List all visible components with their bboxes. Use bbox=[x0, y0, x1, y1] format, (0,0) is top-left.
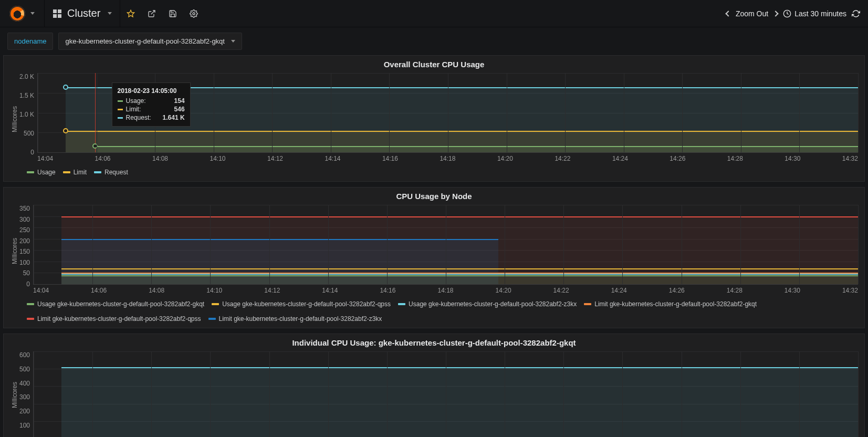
chart-plot-area[interactable] bbox=[33, 351, 858, 437]
legend-swatch bbox=[63, 171, 70, 173]
axis-tick: 150 bbox=[19, 248, 30, 255]
share-button[interactable] bbox=[141, 0, 162, 27]
axis-tick: 500 bbox=[19, 366, 30, 373]
legend-item[interactable]: Request bbox=[94, 169, 128, 176]
axis-tick: 14:26 bbox=[670, 155, 685, 162]
chart-legend: UsageLimitRequest bbox=[4, 165, 864, 181]
series-area bbox=[61, 367, 858, 437]
legend-item[interactable]: Limit bbox=[63, 169, 87, 176]
axis-tick: 1.5 K bbox=[19, 92, 34, 99]
crosshair-line bbox=[95, 73, 96, 152]
tooltip-value: 1.641 K bbox=[163, 114, 185, 121]
panel-title: CPU Usage by Node bbox=[4, 188, 864, 203]
axis-tick: 14:06 bbox=[95, 155, 111, 162]
time-range-picker[interactable]: Last 30 minutes bbox=[783, 9, 846, 18]
time-next-button[interactable] bbox=[772, 11, 778, 16]
legend-swatch bbox=[584, 303, 591, 305]
dashboard-grid-icon bbox=[53, 9, 62, 18]
variable-value: gke-kubernetes-cluster-g-default-pool-32… bbox=[65, 37, 225, 45]
axis-tick: 14:10 bbox=[206, 287, 222, 294]
axis-tick: 0 bbox=[30, 149, 34, 156]
series-line bbox=[61, 268, 858, 269]
star-button[interactable] bbox=[120, 0, 141, 27]
chevron-down-icon bbox=[231, 40, 235, 43]
axis-tick: 14:08 bbox=[149, 287, 164, 294]
axis-tick: 14:12 bbox=[267, 155, 283, 162]
panel-individual-cpu: Individual CPU Usage: gke-kubernetes-clu… bbox=[3, 334, 865, 437]
legend-swatch bbox=[27, 171, 34, 173]
legend-item[interactable]: Limit gke-kubernetes-cluster-g-default-p… bbox=[208, 315, 382, 322]
series-marker bbox=[92, 143, 98, 149]
time-prev-button[interactable] bbox=[725, 11, 731, 16]
chevron-down-icon bbox=[30, 12, 35, 15]
legend-item[interactable]: Limit gke-kubernetes-cluster-g-default-p… bbox=[584, 300, 757, 308]
panel-cpu-by-node: CPU Usage by Node Millicores 35030025020… bbox=[3, 187, 865, 328]
legend-swatch bbox=[212, 303, 219, 305]
axis-tick: 400 bbox=[19, 380, 30, 387]
svg-marker-0 bbox=[128, 10, 134, 17]
legend-item[interactable]: Usage gke-kubernetes-cluster-g-default-p… bbox=[398, 300, 577, 308]
panel-overall-cpu: Overall Cluster CPU Usage Millicores 2.0… bbox=[3, 55, 865, 182]
chart-plot-area[interactable]: 2018-02-23 14:05:00 Usage:154Limit:546Re… bbox=[37, 73, 858, 153]
variable-value-dropdown[interactable]: gke-kubernetes-cluster-g-default-pool-32… bbox=[58, 33, 242, 50]
tooltip-row: Usage:154 bbox=[118, 97, 185, 105]
star-icon bbox=[127, 9, 135, 18]
series-line-limit bbox=[66, 131, 858, 132]
axis-tick: 14:20 bbox=[497, 155, 513, 162]
legend-swatch bbox=[398, 303, 405, 305]
axis-tick: 300 bbox=[19, 216, 30, 223]
axis-tick: 14:32 bbox=[842, 155, 858, 162]
tooltip-label: Request: bbox=[126, 114, 151, 121]
tooltip-row: Request:1.641 K bbox=[118, 113, 185, 122]
legend-label: Request bbox=[104, 169, 128, 176]
zoom-out-button[interactable]: Zoom Out bbox=[736, 9, 768, 18]
axis-tick: 100 bbox=[19, 422, 30, 429]
legend-item[interactable]: Usage gke-kubernetes-cluster-g-default-p… bbox=[212, 300, 391, 308]
axis-tick: 350 bbox=[19, 205, 30, 212]
series-line-usage bbox=[95, 146, 858, 147]
axis-tick: 14:18 bbox=[437, 287, 453, 294]
svg-point-1 bbox=[193, 13, 195, 15]
tooltip-row: Limit:546 bbox=[118, 105, 185, 113]
legend-label: Usage gke-kubernetes-cluster-g-default-p… bbox=[37, 300, 204, 308]
chart-plot-area[interactable] bbox=[33, 205, 858, 285]
variable-label: nodename bbox=[14, 37, 46, 45]
tooltip-swatch bbox=[118, 100, 123, 102]
series-line bbox=[61, 216, 858, 217]
dashboard-picker[interactable]: Cluster bbox=[45, 0, 120, 27]
time-range-label: Last 30 minutes bbox=[794, 9, 846, 18]
grafana-logo-button[interactable] bbox=[0, 0, 45, 27]
axis-tick: 14:04 bbox=[37, 155, 53, 162]
template-variable-row: nodename gke-kubernetes-cluster-g-defaul… bbox=[0, 27, 868, 55]
axis-tick: 2.0 K bbox=[19, 73, 34, 80]
axis-tick: 50 bbox=[23, 269, 30, 277]
legend-swatch bbox=[27, 303, 34, 305]
save-icon bbox=[169, 9, 177, 18]
save-button[interactable] bbox=[162, 0, 183, 27]
legend-label: Usage bbox=[37, 169, 56, 176]
y-axis-ticks: 600500400300200100 bbox=[19, 351, 33, 437]
legend-item[interactable]: Limit gke-kubernetes-cluster-g-default-p… bbox=[27, 315, 201, 322]
axis-tick: 14:06 bbox=[91, 287, 107, 294]
legend-swatch bbox=[27, 318, 34, 320]
legend-item[interactable]: Usage gke-kubernetes-cluster-g-default-p… bbox=[27, 300, 204, 308]
settings-button[interactable] bbox=[183, 0, 204, 27]
legend-swatch bbox=[208, 318, 216, 320]
axis-tick: 14:08 bbox=[152, 155, 168, 162]
refresh-button[interactable] bbox=[852, 9, 860, 18]
axis-tick: 300 bbox=[19, 393, 30, 401]
legend-item[interactable]: Usage bbox=[27, 169, 56, 176]
legend-label: Limit gke-kubernetes-cluster-g-default-p… bbox=[594, 300, 757, 308]
axis-tick: 14:04 bbox=[33, 287, 49, 294]
tooltip-value: 546 bbox=[174, 106, 185, 113]
axis-tick: 14:14 bbox=[325, 155, 340, 162]
axis-tick: 14:24 bbox=[611, 287, 627, 294]
dashboard-title: Cluster bbox=[67, 7, 100, 19]
tooltip-label: Usage: bbox=[126, 97, 146, 105]
y-axis-label: Millicores bbox=[10, 73, 19, 165]
axis-tick: 14:30 bbox=[785, 155, 800, 162]
tooltip-label: Limit: bbox=[126, 106, 141, 113]
axis-tick: 600 bbox=[19, 351, 30, 359]
axis-tick: 14:28 bbox=[727, 287, 742, 294]
panel-title: Individual CPU Usage: gke-kubernetes-clu… bbox=[4, 334, 864, 349]
